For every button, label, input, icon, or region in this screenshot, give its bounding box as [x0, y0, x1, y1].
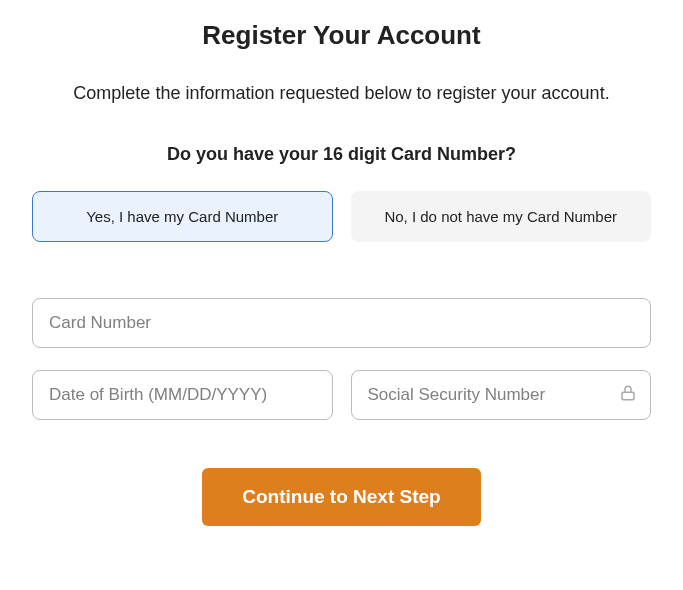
page-title: Register Your Account	[32, 20, 651, 51]
option-yes[interactable]: Yes, I have my Card Number	[32, 191, 333, 242]
option-row: Yes, I have my Card Number No, I do not …	[32, 191, 651, 242]
continue-button[interactable]: Continue to Next Step	[202, 468, 480, 526]
ssn-input[interactable]	[351, 370, 652, 420]
card-number-input[interactable]	[32, 298, 651, 348]
ssn-wrapper	[351, 370, 652, 420]
dob-wrapper	[32, 370, 333, 420]
input-row	[32, 370, 651, 420]
card-question: Do you have your 16 digit Card Number?	[32, 144, 651, 165]
option-no[interactable]: No, I do not have my Card Number	[351, 191, 652, 242]
card-number-group	[32, 298, 651, 348]
instruction-text: Complete the information requested below…	[32, 83, 651, 104]
dob-input[interactable]	[32, 370, 333, 420]
